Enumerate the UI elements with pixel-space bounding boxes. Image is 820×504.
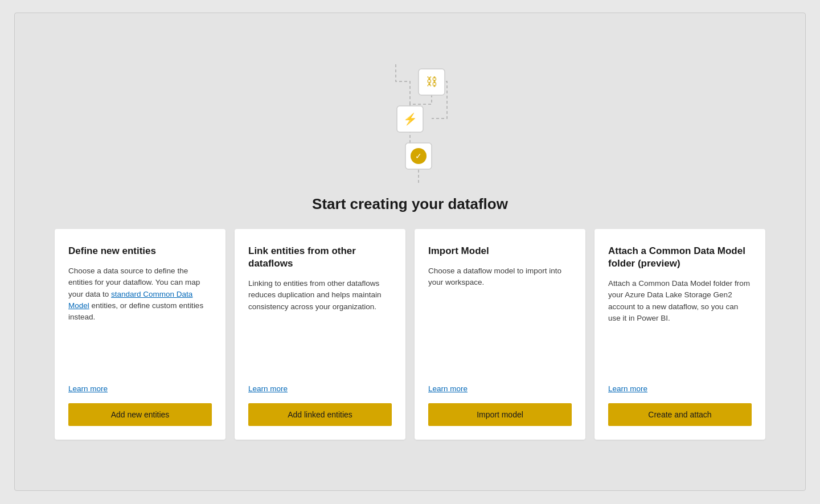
card-desc-import: Choose a dataflow model to import into y…	[428, 265, 572, 379]
card-attach-cdm: Attach a Common Data Model folder (previ…	[594, 229, 765, 440]
card-desc-link: Linking to entities from other dataflows…	[248, 278, 392, 379]
card-desc-attach: Attach a Common Data Model folder from y…	[608, 278, 752, 379]
page-title: Start creating your dataflow	[312, 195, 508, 213]
svg-text:✓: ✓	[415, 151, 422, 161]
dataflow-diagram: ⛓ ⚡ ✓	[347, 30, 473, 190]
svg-text:⚡: ⚡	[403, 112, 417, 126]
card-link-entities: Link entities from other dataflows Linki…	[235, 229, 405, 440]
add-new-entities-button[interactable]: Add new entities	[68, 403, 212, 426]
learn-more-define[interactable]: Learn more	[68, 384, 212, 393]
standard-cdm-link[interactable]: standard Common Data Model	[68, 290, 192, 310]
card-title-import: Import Model	[428, 245, 572, 257]
svg-text:⛓: ⛓	[426, 75, 437, 88]
card-import-model: Import Model Choose a dataflow model to …	[415, 229, 585, 440]
main-container: ⛓ ⚡ ✓ Start creating your dataflow Defin…	[14, 13, 806, 491]
card-desc-define: Choose a data source to define the entit…	[68, 265, 212, 379]
add-linked-entities-button[interactable]: Add linked entities	[248, 403, 392, 426]
cards-container: Define new entities Choose a data source…	[32, 229, 788, 440]
learn-more-import[interactable]: Learn more	[428, 384, 572, 393]
learn-more-attach[interactable]: Learn more	[608, 384, 752, 393]
card-define-new-entities: Define new entities Choose a data source…	[55, 229, 226, 440]
card-title-link: Link entities from other dataflows	[248, 245, 392, 270]
card-title-define: Define new entities	[68, 245, 212, 257]
diagram-area: ⛓ ⚡ ✓	[15, 13, 805, 195]
card-title-attach: Attach a Common Data Model folder (previ…	[608, 245, 752, 270]
learn-more-link-entities[interactable]: Learn more	[248, 384, 392, 393]
create-and-attach-button[interactable]: Create and attach	[608, 403, 752, 426]
import-model-button[interactable]: Import model	[428, 403, 572, 426]
